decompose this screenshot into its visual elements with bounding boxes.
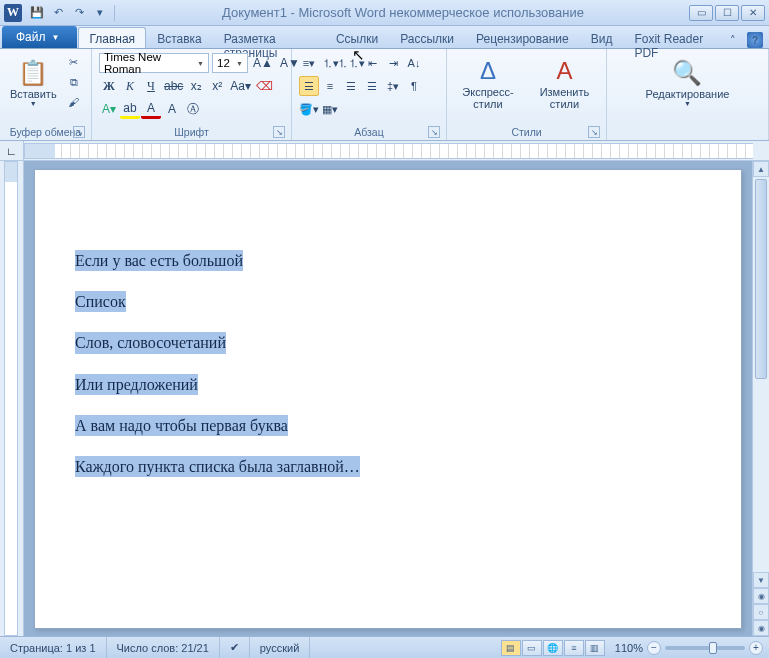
print-layout-view-icon[interactable]: ▤ bbox=[501, 640, 521, 656]
tab-selector[interactable]: ∟ bbox=[0, 141, 24, 160]
browse-object-icon[interactable]: ○ bbox=[753, 604, 769, 620]
next-page-icon[interactable]: ◉ bbox=[753, 620, 769, 636]
draft-view-icon[interactable]: ▥ bbox=[585, 640, 605, 656]
quick-styles-button[interactable]: Δ Экспресс-стили bbox=[451, 51, 525, 117]
web-layout-view-icon[interactable]: 🌐 bbox=[543, 640, 563, 656]
align-left-icon[interactable]: ☰ bbox=[299, 76, 319, 96]
editing-button[interactable]: 🔍 Редактирование ▼ bbox=[640, 51, 736, 117]
text-effects-icon[interactable]: A▾ bbox=[99, 99, 119, 119]
file-tab-label: Файл bbox=[16, 30, 46, 44]
group-editing: 🔍 Редактирование ▼ bbox=[607, 49, 769, 140]
tab-mailings[interactable]: Рассылки bbox=[389, 27, 465, 48]
status-word-count[interactable]: Число слов: 21/21 bbox=[107, 637, 220, 658]
cut-icon[interactable]: ✂ bbox=[65, 53, 83, 71]
align-center-icon[interactable]: ≡ bbox=[320, 76, 340, 96]
underline-button[interactable]: Ч bbox=[141, 76, 161, 96]
scroll-up-icon[interactable]: ▲ bbox=[753, 161, 769, 177]
increase-indent-icon[interactable]: ⇥ bbox=[383, 53, 403, 73]
change-styles-button[interactable]: A Изменить стили bbox=[527, 51, 602, 117]
zoom-in-button[interactable]: + bbox=[749, 641, 763, 655]
zoom-out-button[interactable]: − bbox=[647, 641, 661, 655]
group-font: Times New Roman ▼ 12 ▼ A▲ A▼ Ж К Ч abc x… bbox=[92, 49, 292, 140]
redo-icon[interactable]: ↷ bbox=[70, 4, 88, 22]
document-page[interactable]: Если у вас есть большой Список Слов, сло… bbox=[34, 169, 742, 629]
tab-insert[interactable]: Вставка bbox=[146, 27, 213, 48]
character-shading-icon[interactable]: A bbox=[162, 99, 182, 119]
scrollbar-vertical[interactable]: ▲ ▼ ◉ ○ ◉ bbox=[752, 161, 769, 636]
enclose-characters-icon[interactable]: Ⓐ bbox=[183, 99, 203, 119]
status-language[interactable]: русский bbox=[250, 637, 310, 658]
tab-view[interactable]: Вид bbox=[580, 27, 624, 48]
text-line[interactable]: Если у вас есть большой bbox=[75, 250, 243, 271]
dialog-launcher-icon[interactable]: ↘ bbox=[273, 126, 285, 138]
help-icon[interactable]: ? bbox=[747, 32, 763, 48]
full-screen-view-icon[interactable]: ▭ bbox=[522, 640, 542, 656]
minimize-ribbon-icon[interactable]: ˄ bbox=[725, 32, 741, 48]
shading-icon[interactable]: 🪣▾ bbox=[299, 99, 319, 119]
text-line[interactable]: Список bbox=[75, 291, 126, 312]
file-tab[interactable]: Файл ▼ bbox=[2, 26, 77, 48]
zoom-slider[interactable] bbox=[665, 646, 745, 650]
paste-button[interactable]: 📋 Вставить ▼ bbox=[4, 51, 63, 117]
tab-references[interactable]: Ссылки bbox=[325, 27, 389, 48]
tab-review[interactable]: Рецензирование bbox=[465, 27, 580, 48]
sort-icon[interactable]: A↓ bbox=[404, 53, 424, 73]
tab-foxit[interactable]: Foxit Reader PDF bbox=[623, 27, 725, 48]
multilevel-list-icon[interactable]: ⒈⒈▾ bbox=[341, 53, 361, 73]
superscript-button[interactable]: x² bbox=[207, 76, 227, 96]
borders-icon[interactable]: ▦▾ bbox=[320, 99, 340, 119]
strikethrough-button[interactable]: abc bbox=[162, 76, 185, 96]
quick-styles-icon: Δ bbox=[480, 58, 496, 84]
font-color-icon[interactable]: A bbox=[141, 99, 161, 119]
close-button[interactable]: ✕ bbox=[741, 5, 765, 21]
dialog-launcher-icon[interactable]: ↘ bbox=[428, 126, 440, 138]
ruler-vertical[interactable] bbox=[0, 161, 24, 636]
clipboard-icon: 📋 bbox=[18, 60, 48, 86]
highlight-color-icon[interactable]: ab bbox=[120, 99, 140, 119]
text-line[interactable]: Каждого пункта списка была заглавной… bbox=[75, 456, 360, 477]
text-line[interactable]: Или предложений bbox=[75, 374, 198, 395]
view-buttons: ▤ ▭ 🌐 ≡ ▥ bbox=[497, 640, 609, 656]
ribbon-tabs: Файл ▼ Главная Вставка Разметка страницы… bbox=[0, 26, 769, 49]
clear-formatting-icon[interactable]: ⌫ bbox=[254, 76, 275, 96]
qat-more-icon[interactable]: ▾ bbox=[91, 4, 109, 22]
line-spacing-icon[interactable]: ‡▾ bbox=[383, 76, 403, 96]
outline-view-icon[interactable]: ≡ bbox=[564, 640, 584, 656]
font-size-combo[interactable]: 12 ▼ bbox=[212, 53, 248, 73]
decrease-indent-icon[interactable]: ⇤ bbox=[362, 53, 382, 73]
italic-button[interactable]: К bbox=[120, 76, 140, 96]
show-paragraph-marks-icon[interactable]: ¶ bbox=[404, 76, 424, 96]
text-line[interactable]: А вам надо чтобы первая буква bbox=[75, 415, 288, 436]
save-icon[interactable]: 💾 bbox=[28, 4, 46, 22]
format-painter-icon[interactable]: 🖌 bbox=[65, 93, 83, 111]
minimize-button[interactable]: ▭ bbox=[689, 5, 713, 21]
maximize-button[interactable]: ☐ bbox=[715, 5, 739, 21]
bullets-icon[interactable]: ≡▾ bbox=[299, 53, 319, 73]
status-proofing[interactable]: ✔ bbox=[220, 637, 250, 658]
text-line[interactable]: Слов, словосочетаний bbox=[75, 332, 226, 353]
dialog-launcher-icon[interactable]: ↘ bbox=[588, 126, 600, 138]
tab-page-layout[interactable]: Разметка страницы bbox=[213, 27, 325, 48]
status-page[interactable]: Страница: 1 из 1 bbox=[0, 637, 107, 658]
prev-page-icon[interactable]: ◉ bbox=[753, 588, 769, 604]
subscript-button[interactable]: x₂ bbox=[186, 76, 206, 96]
group-label-paragraph: Абзац ↘ bbox=[296, 125, 442, 140]
copy-icon[interactable]: ⧉ bbox=[65, 73, 83, 91]
justify-icon[interactable]: ☰ bbox=[362, 76, 382, 96]
align-right-icon[interactable]: ☰ bbox=[341, 76, 361, 96]
bold-button[interactable]: Ж bbox=[99, 76, 119, 96]
dialog-launcher-icon[interactable]: ↘ bbox=[73, 126, 85, 138]
ruler-horizontal[interactable] bbox=[24, 143, 753, 159]
undo-icon[interactable]: ↶ bbox=[49, 4, 67, 22]
grow-font-icon[interactable]: A▲ bbox=[251, 53, 275, 73]
group-label-editing bbox=[611, 125, 764, 140]
font-name-combo[interactable]: Times New Roman ▼ bbox=[99, 53, 209, 73]
find-icon: 🔍 bbox=[672, 60, 702, 86]
scroll-down-icon[interactable]: ▼ bbox=[753, 572, 769, 588]
chevron-down-icon: ▼ bbox=[52, 33, 60, 42]
quick-access-toolbar: 💾 ↶ ↷ ▾ bbox=[28, 4, 117, 22]
tab-home[interactable]: Главная bbox=[78, 27, 146, 48]
scroll-thumb[interactable] bbox=[755, 179, 767, 379]
change-case-button[interactable]: Aa▾ bbox=[228, 76, 253, 96]
zoom-level[interactable]: 110% bbox=[615, 642, 643, 654]
